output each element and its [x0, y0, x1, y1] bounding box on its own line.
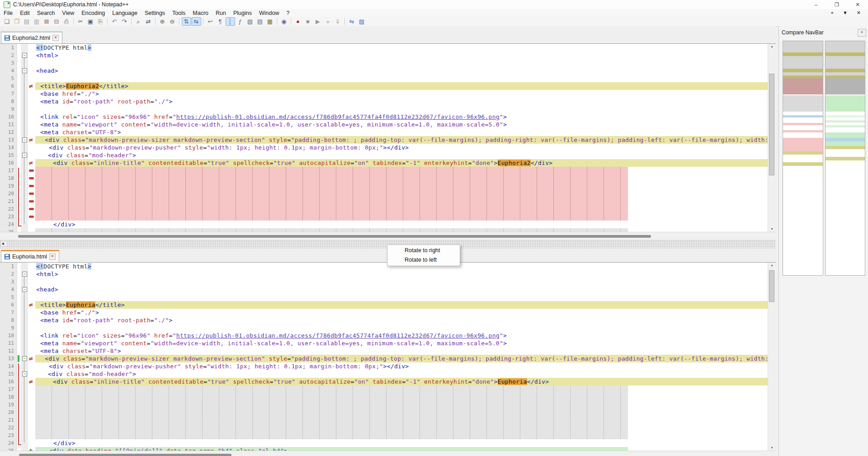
fold-collapse-icon[interactable]: −	[22, 137, 27, 142]
tab-close-icon[interactable]: ✕	[49, 254, 56, 260]
code-text[interactable]: <div data-heading="[[Opioids]]" data-tag…	[35, 447, 768, 451]
code-text[interactable]: <!DOCTYPE html>	[35, 44, 768, 52]
code-text[interactable]	[35, 432, 768, 439]
folder-as-workspace-icon[interactable]: ▦	[265, 17, 275, 26]
cut-icon[interactable]: ✂	[76, 17, 85, 26]
scrollbar-thumb[interactable]	[769, 74, 774, 175]
splitter-collapse-icon[interactable]: ▲	[1, 241, 6, 245]
window-close-button[interactable]: ✕	[847, 0, 868, 9]
menu-tools[interactable]: Tools	[169, 9, 189, 17]
code-text[interactable]	[35, 167, 768, 174]
code-text[interactable]: <html>	[35, 52, 768, 59]
menu-help[interactable]: ?	[283, 9, 293, 17]
save-all-icon[interactable]: ▥	[32, 17, 42, 26]
macro-record-icon[interactable]: ●	[293, 17, 303, 26]
compare-navbar-minimap[interactable]	[783, 41, 865, 276]
scroll-up-icon[interactable]: ▲	[768, 263, 776, 268]
zoom-out-icon[interactable]: ⊖	[168, 17, 177, 26]
close-file-icon[interactable]: ⊠	[42, 17, 52, 26]
code-text[interactable]	[35, 190, 768, 197]
fold-collapse-icon[interactable]: −	[22, 371, 27, 376]
menu-language[interactable]: Language	[108, 9, 141, 17]
tab-list-button[interactable]: ▼	[843, 10, 848, 16]
scrollbar-thumb[interactable]	[18, 235, 651, 238]
fold-collapse-icon[interactable]: −	[22, 53, 27, 58]
find-icon[interactable]: ⌕	[134, 17, 143, 26]
menu-encoding[interactable]: Encoding	[78, 9, 108, 17]
fold-collapse-icon[interactable]: −	[22, 287, 27, 292]
top-horizontal-scrollbar[interactable]	[0, 232, 776, 240]
code-text[interactable]	[35, 409, 768, 416]
scroll-down-icon[interactable]: ▼	[768, 226, 776, 232]
bottom-vertical-scrollbar[interactable]: ▲ ▼	[768, 263, 776, 451]
code-text[interactable]: <div class="markdown-preview-sizer markd…	[35, 136, 768, 144]
code-text[interactable]	[35, 75, 768, 82]
code-text[interactable]	[35, 424, 768, 432]
code-text[interactable]: <div class="markdown-preview-pusher" sty…	[35, 144, 768, 151]
monitoring-icon[interactable]: ◉	[279, 17, 289, 26]
menu-file[interactable]: File	[0, 9, 16, 17]
macro-play-icon[interactable]: ▶	[313, 17, 323, 26]
function-list-icon[interactable]: ƒ	[236, 17, 245, 26]
menu-run[interactable]: Run	[212, 9, 230, 17]
code-text[interactable]	[35, 385, 768, 393]
bottom-horizontal-scrollbar[interactable]	[0, 451, 776, 456]
new-tab-button[interactable]: +	[830, 10, 833, 16]
code-text[interactable]: </div>	[35, 221, 768, 228]
compare-icon[interactable]: ⇋	[347, 17, 357, 26]
code-text[interactable]	[35, 174, 768, 182]
code-text[interactable]: <title>Euphoria2</title>	[35, 82, 768, 90]
top-editor[interactable]: 1<!DOCTYPE html>2−<html>34−<head>56≠<tit…	[0, 44, 776, 232]
save-file-icon[interactable]: ▤	[22, 17, 32, 26]
close-tab-button[interactable]: ✕	[857, 10, 861, 16]
code-text[interactable]: </div>	[35, 439, 768, 447]
context-menu-item-rotate-to-right[interactable]: Rotate to right	[387, 246, 460, 255]
code-text[interactable]: <meta charset="UTF-8">	[35, 128, 768, 136]
code-text[interactable]	[35, 205, 768, 213]
code-text[interactable]: <div class="mod-header">	[35, 151, 768, 159]
code-text[interactable]	[35, 278, 768, 286]
scrollbar-thumb[interactable]	[769, 270, 774, 302]
code-text[interactable]	[35, 105, 768, 113]
sync-horizontal-scrolling-icon[interactable]: ⇆	[192, 17, 201, 26]
code-text[interactable]: <meta charset="UTF-8">	[35, 347, 768, 355]
code-text[interactable]: <meta name="viewport" content="width=dev…	[35, 339, 768, 347]
fold-collapse-icon[interactable]: −	[22, 68, 27, 73]
macro-run-multiple-icon[interactable]: »	[323, 17, 333, 26]
code-text[interactable]	[35, 324, 768, 332]
fold-collapse-icon[interactable]: −	[22, 272, 27, 277]
code-text[interactable]	[35, 213, 768, 221]
code-text[interactable]: <meta id="root-path" root-path="./">	[35, 316, 768, 324]
context-menu-item-rotate-to-left[interactable]: Rotate to left	[387, 255, 460, 265]
undo-icon[interactable]: ↶	[110, 17, 119, 26]
code-text[interactable]	[35, 293, 768, 301]
close-all-icon[interactable]: ⊟	[52, 17, 61, 26]
word-wrap-icon[interactable]: ↩	[206, 17, 215, 26]
scroll-up-icon[interactable]: ▲	[768, 44, 776, 49]
menu-macro[interactable]: Macro	[189, 9, 212, 17]
macro-save-icon[interactable]: ⇓	[333, 17, 343, 26]
tab-euphoria[interactable]: Euphoria.html ✕	[1, 250, 59, 262]
show-all-characters-icon[interactable]: ¶	[216, 17, 225, 26]
code-text[interactable]	[35, 401, 768, 409]
code-text[interactable]	[35, 228, 768, 232]
zoom-in-icon[interactable]: ⊕	[158, 17, 167, 26]
scrollbar-thumb[interactable]	[19, 454, 231, 456]
code-text[interactable]: <base href="./">	[35, 90, 768, 98]
code-text[interactable]	[35, 416, 768, 424]
menu-search[interactable]: Search	[33, 9, 59, 17]
menu-settings[interactable]: Settings	[141, 9, 169, 17]
paste-icon[interactable]: ⎘	[96, 17, 105, 26]
menu-view[interactable]: View	[58, 9, 78, 17]
document-list-icon[interactable]: ▤	[255, 17, 265, 26]
code-text[interactable]: <link rel="icon" sizes="96x96" href="htt…	[35, 113, 768, 121]
window-restore-button[interactable]: ❐	[826, 0, 847, 9]
menu-window[interactable]: Window	[255, 9, 283, 17]
code-text[interactable]: <div class="markdown-preview-pusher" sty…	[35, 362, 768, 370]
code-text[interactable]	[35, 182, 768, 190]
code-text[interactable]: <head>	[35, 286, 768, 293]
code-text[interactable]: <div class="inline-title" contenteditabl…	[35, 378, 768, 385]
navbar-column-left[interactable]	[783, 41, 823, 276]
window-minimize-button[interactable]: –	[806, 0, 826, 9]
code-text[interactable]: <meta id="root-path" root-path="./">	[35, 98, 768, 105]
